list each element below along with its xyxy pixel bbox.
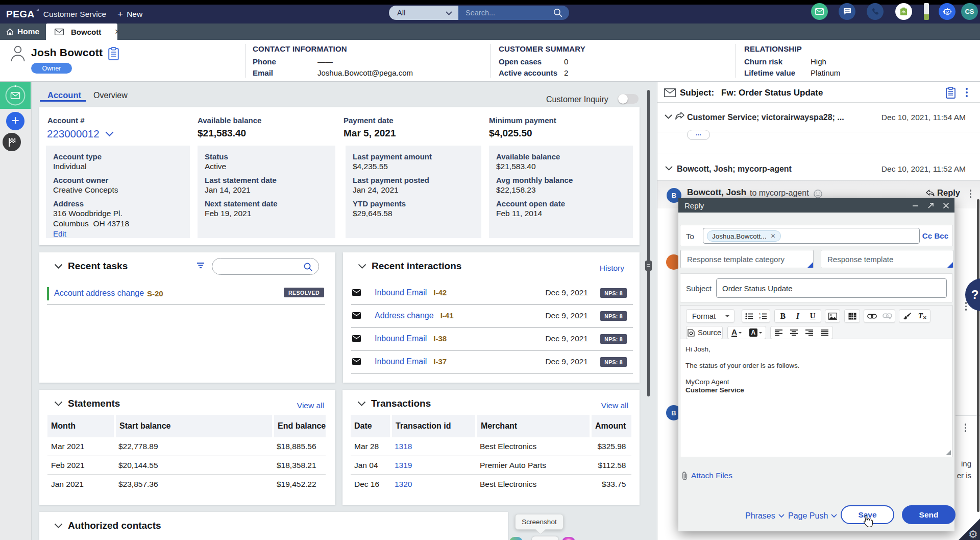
table-row[interactable]: Dec 161320Best Electronics$33.75 bbox=[351, 475, 631, 494]
filter-icon[interactable] bbox=[197, 262, 205, 270]
tab-account[interactable]: Account bbox=[47, 90, 81, 100]
interaction-row[interactable]: Inbound EmailI-37 Dec 9, 2021 NPS: 8 bbox=[351, 350, 633, 373]
remove-format-icon[interactable]: T✕ bbox=[918, 312, 927, 320]
column-header[interactable]: Month bbox=[47, 415, 115, 437]
dock-screenshot-thumbnail[interactable] bbox=[532, 536, 558, 540]
minimize-icon[interactable] bbox=[912, 202, 919, 209]
history-link[interactable]: History bbox=[600, 264, 624, 273]
align-left-icon[interactable] bbox=[775, 330, 782, 336]
add-interaction-button[interactable]: + bbox=[6, 112, 24, 130]
close-icon[interactable] bbox=[943, 202, 949, 209]
phone-channel-icon[interactable] bbox=[867, 3, 884, 20]
bg-color-icon[interactable]: A bbox=[749, 328, 762, 337]
email-channel-icon[interactable] bbox=[811, 3, 828, 20]
recipient-chip[interactable]: Joshua.Bowcott... ✕ bbox=[707, 230, 781, 242]
align-center-icon[interactable] bbox=[790, 330, 798, 336]
gear-icon[interactable]: ⚙ bbox=[968, 528, 978, 540]
column-header[interactable]: Date bbox=[351, 415, 391, 437]
interaction-link[interactable]: Inbound Email bbox=[375, 334, 427, 343]
health-monitor-icon[interactable] bbox=[895, 3, 912, 20]
page-push-button[interactable]: Page Push bbox=[788, 511, 837, 521]
numbered-list-icon[interactable]: 12 bbox=[759, 313, 767, 320]
collapse-chevron-icon[interactable] bbox=[54, 401, 63, 406]
align-justify-icon[interactable] bbox=[821, 330, 828, 336]
collapse-chevron-icon[interactable] bbox=[358, 264, 366, 269]
account-number-link[interactable]: 223000012 bbox=[47, 128, 114, 140]
align-right-icon[interactable] bbox=[805, 330, 813, 336]
finish-flag-button[interactable] bbox=[3, 133, 21, 151]
collapse-chevron-icon[interactable] bbox=[54, 264, 63, 269]
cc-button[interactable]: Cc bbox=[922, 231, 932, 240]
task-link[interactable]: Account address change bbox=[54, 289, 144, 298]
dock-icon[interactable] bbox=[562, 537, 575, 540]
resize-handle[interactable] bbox=[946, 450, 951, 455]
text-color-icon[interactable]: A bbox=[731, 328, 742, 337]
bcc-button[interactable]: Bcc bbox=[934, 231, 948, 240]
interaction-row[interactable]: Inbound EmailI-38 Dec 9, 2021 NPS: 8 bbox=[351, 327, 633, 350]
interaction-row[interactable]: Inbound EmailI-42 Dec 9, 2021 NPS: 8 bbox=[351, 281, 633, 304]
reply-button[interactable]: Reply bbox=[926, 188, 960, 198]
interaction-link[interactable]: Inbound Email bbox=[375, 357, 427, 366]
table-row[interactable]: Feb 2021$20,144.55$18,358.21 bbox=[47, 456, 326, 475]
email-menu-kebab-icon[interactable] bbox=[966, 88, 968, 97]
source-button[interactable]: Source bbox=[686, 326, 723, 339]
tab-home[interactable]: Home bbox=[0, 24, 46, 40]
email-body-editor[interactable]: Hi Josh, The status of your order is as … bbox=[680, 339, 953, 457]
smiley-icon[interactable] bbox=[814, 190, 822, 198]
column-header[interactable]: Merchant bbox=[476, 415, 591, 437]
expand-trimmed-content-button[interactable]: ... bbox=[687, 130, 710, 140]
unlink-icon[interactable] bbox=[883, 313, 892, 319]
scrollbar[interactable] bbox=[977, 199, 979, 512]
insert-table-button[interactable] bbox=[844, 309, 860, 323]
user-avatar[interactable]: CS bbox=[961, 3, 978, 20]
to-input[interactable]: Joshua.Bowcott... ✕ bbox=[703, 228, 920, 244]
column-header[interactable]: End balance bbox=[273, 415, 326, 437]
phrases-button[interactable]: Phrases bbox=[745, 511, 785, 521]
link-icon[interactable] bbox=[867, 314, 877, 319]
bot-assistant-icon[interactable] bbox=[939, 3, 955, 20]
close-tab-icon[interactable]: ✕ bbox=[114, 28, 120, 36]
response-template-category-select[interactable]: Response template category bbox=[680, 250, 814, 268]
table-row[interactable]: Mar 2021$22,778.89$18,885.56 bbox=[47, 437, 326, 456]
italic-icon[interactable]: I bbox=[796, 312, 799, 321]
clipboard-icon[interactable] bbox=[946, 87, 955, 99]
table-row[interactable]: Jan 041319Premier Auto Parts$112.58 bbox=[351, 456, 631, 475]
tab-bowcott[interactable]: Bowcott ✕ bbox=[46, 24, 117, 40]
message-menu-kebab-icon[interactable] bbox=[965, 424, 967, 432]
copy-clipboard-icon[interactable] bbox=[108, 47, 119, 60]
statements-view-all-link[interactable]: View all bbox=[297, 401, 324, 410]
format-select[interactable]: Format bbox=[686, 309, 734, 323]
message-menu-kebab-icon[interactable] bbox=[965, 302, 967, 311]
expand-icon[interactable] bbox=[927, 202, 934, 209]
underline-icon[interactable]: U bbox=[810, 312, 816, 320]
column-header[interactable]: Amount bbox=[591, 415, 631, 437]
collapse-chevron-icon[interactable] bbox=[54, 523, 63, 528]
table-row[interactable]: Mar 281318Best Electronics$325.98 bbox=[351, 437, 631, 456]
chat-channel-icon[interactable] bbox=[839, 3, 855, 20]
interaction-row[interactable]: Address changeI-41 Dec 9, 2021 NPS: 8 bbox=[351, 304, 633, 327]
customer-inquiry-toggle[interactable] bbox=[618, 94, 639, 104]
tab-overview[interactable]: Overview bbox=[93, 91, 128, 100]
transactions-view-all-link[interactable]: View all bbox=[601, 401, 628, 410]
splitter-grip[interactable] bbox=[645, 261, 652, 271]
panel-splitter[interactable] bbox=[647, 90, 650, 396]
dock-icon[interactable] bbox=[509, 537, 523, 540]
insert-image-button[interactable] bbox=[825, 309, 840, 323]
bold-icon[interactable]: B bbox=[780, 312, 786, 321]
send-button[interactable]: Send bbox=[902, 505, 955, 524]
column-header[interactable]: Start balance bbox=[115, 415, 273, 437]
message-menu-kebab-icon[interactable] bbox=[970, 190, 972, 198]
edit-address-link[interactable]: Edit bbox=[53, 229, 183, 238]
reply-modal-header[interactable]: Reply bbox=[678, 198, 954, 213]
active-interaction-email[interactable] bbox=[0, 82, 31, 109]
collapse-chevron-icon[interactable] bbox=[357, 401, 366, 406]
attach-files-link[interactable]: Attach Files bbox=[681, 471, 732, 480]
bullet-list-icon[interactable] bbox=[745, 313, 753, 320]
interaction-link[interactable]: Inbound Email bbox=[375, 288, 427, 297]
table-row[interactable]: Jan 2021$23,857.36$19,452.22 bbox=[47, 475, 326, 494]
subject-input[interactable]: Order Status Update bbox=[716, 278, 947, 298]
paintbrush-icon[interactable] bbox=[903, 312, 912, 320]
remove-recipient-icon[interactable]: ✕ bbox=[771, 232, 776, 240]
tasks-search-input[interactable] bbox=[212, 258, 319, 275]
interaction-link[interactable]: Address change bbox=[375, 311, 434, 320]
